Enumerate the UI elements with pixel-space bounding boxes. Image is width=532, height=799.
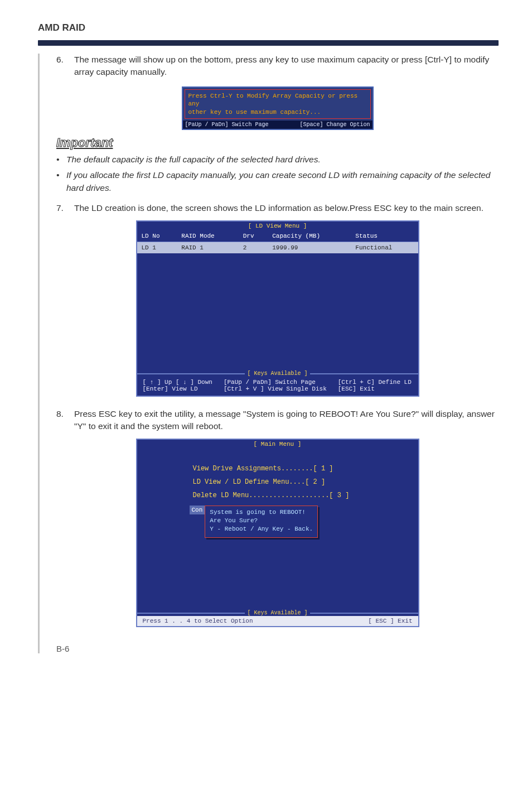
col-capacity: Capacity (MB) bbox=[268, 230, 351, 242]
cell-raidmode: RAID 1 bbox=[177, 242, 238, 253]
modify-capacity-dialog: Press Ctrl-Y to Modify Array Capacity or… bbox=[182, 86, 374, 130]
step-6-text: The message will show up on the bottom, … bbox=[74, 54, 499, 79]
dialog-footer-left: [PaUp / PaDn] Switch Page bbox=[185, 122, 269, 128]
reboot-con-label: Con bbox=[190, 506, 205, 514]
step-8-text: Press ESC key to exit the utility, a mes… bbox=[74, 408, 499, 433]
important-bullet-2: If you allocate the first LD capacity ma… bbox=[56, 169, 499, 194]
key-updown: [ ↑ ] Up [ ↓ ] Down bbox=[143, 379, 212, 386]
ld-view-empty-area bbox=[137, 254, 418, 371]
cell-capacity: 1999.99 bbox=[268, 242, 351, 253]
main-menu-title: [ Main Menu ] bbox=[137, 440, 418, 449]
table-row: LD 1 RAID 1 2 1999.99 Functional bbox=[137, 242, 418, 253]
col-raidmode: RAID Mode bbox=[177, 230, 238, 242]
reboot-confirm-dialog: Con System is going to REBOOT! Are You S… bbox=[190, 506, 418, 538]
step-7-number: 7. bbox=[56, 202, 74, 214]
key-ctrl-v: [Ctrl + V ] View Single Disk bbox=[224, 386, 327, 392]
header-divider bbox=[38, 40, 499, 46]
main-footer-right: [ ESC ] Exit bbox=[368, 618, 412, 624]
reboot-line-3: Y - Reboot / Any Key - Back. bbox=[210, 525, 313, 533]
key-esc: [ESC] Exit bbox=[338, 386, 412, 392]
col-drv: Drv bbox=[239, 230, 268, 242]
important-bullet-1: The default capacity is the full capacit… bbox=[56, 153, 499, 166]
cell-drv: 2 bbox=[239, 242, 268, 253]
main-keys-title: [ Keys Available ] bbox=[245, 610, 309, 616]
important-bullets: The default capacity is the full capacit… bbox=[56, 153, 499, 194]
reboot-line-1: System is going to REBOOT! bbox=[210, 508, 313, 517]
keys-available-title: [ Keys Available ] bbox=[245, 370, 309, 377]
step-7: 7. The LD creation is done, the screen s… bbox=[56, 202, 499, 214]
page-title: AMD RAID bbox=[38, 22, 499, 36]
important-heading: Important bbox=[56, 136, 499, 150]
key-enter-viewld: [Enter] View LD bbox=[143, 386, 212, 392]
key-paup-padn: [PaUp / PaDn] Switch Page bbox=[224, 379, 327, 386]
ld-view-menu-panel: [ LD View Menu ] LD No RAID Mode Drv Cap… bbox=[136, 220, 419, 397]
cell-status: Functional bbox=[351, 242, 418, 253]
cell-ldno: LD 1 bbox=[137, 242, 177, 253]
step-8-number: 8. bbox=[56, 408, 74, 433]
dialog-line-2: other key to use maximum capacity... bbox=[188, 108, 367, 116]
ld-view-table: LD No RAID Mode Drv Capacity (MB) Status… bbox=[137, 230, 418, 254]
ld-view-title: [ LD View Menu ] bbox=[137, 222, 418, 230]
keys-available-box: [ Keys Available ] [ ↑ ] Up [ ↓ ] Down [… bbox=[137, 373, 418, 396]
col-ldno: LD No bbox=[137, 230, 177, 242]
step-8: 8. Press ESC key to exit the utility, a … bbox=[56, 408, 499, 433]
step-7-text: The LD creation is done, the screen show… bbox=[74, 202, 499, 214]
main-footer-left: Press 1 . . 4 to Select Option bbox=[143, 618, 253, 624]
main-menu-panel: [ Main Menu ] View Drive Assignments....… bbox=[136, 439, 419, 627]
main-item-3: Delete LD Menu....................[ 3 ] bbox=[193, 489, 418, 502]
content-column: 6. The message will show up on the botto… bbox=[38, 54, 499, 653]
step-6-number: 6. bbox=[56, 54, 74, 79]
main-item-2: LD View / LD Define Menu....[ 2 ] bbox=[193, 475, 418, 489]
dialog-line-1: Press Ctrl-Y to Modify Array Capacity or… bbox=[188, 92, 367, 108]
main-item-1: View Drive Assignments........[ 1 ] bbox=[193, 462, 418, 475]
dialog-footer-right: [Space] Change Option bbox=[299, 122, 370, 128]
step-6: 6. The message will show up on the botto… bbox=[56, 54, 499, 79]
reboot-line-2: Are You Sure? bbox=[210, 517, 313, 525]
page-number: B-6 bbox=[56, 644, 499, 653]
col-status: Status bbox=[351, 230, 418, 242]
key-ctrl-c: [Ctrl + C] Define LD bbox=[338, 379, 412, 386]
